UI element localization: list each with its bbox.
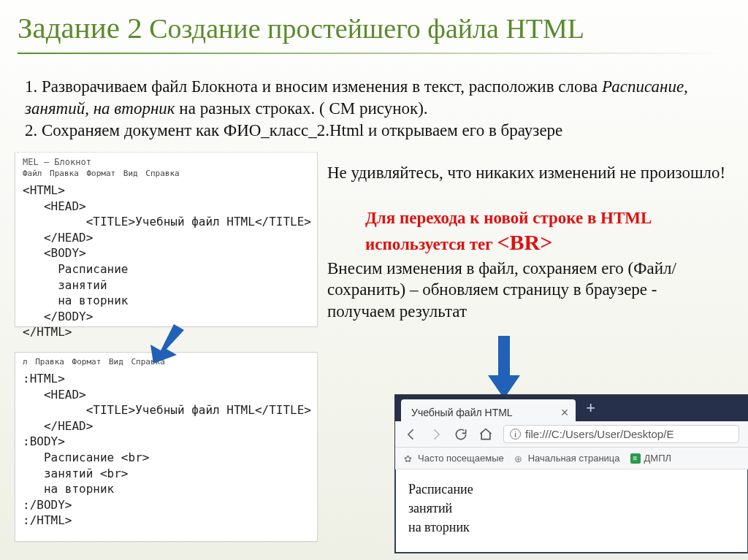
intro-p2: 2. Сохраняем документ как ФИО_класс_2.Ht… (25, 121, 562, 139)
notepad-window-2: л Правка Формат Вид Справка :HTML> <HEAD… (15, 352, 318, 542)
back-icon[interactable] (404, 427, 419, 442)
browser-tab-title: Учебный файл HTML (411, 407, 513, 418)
title-underline (18, 53, 723, 54)
browser-tab[interactable]: Учебный файл HTML × (401, 399, 576, 421)
note-no-changes: Не удивляйтесь, что никаких изменений не… (327, 162, 726, 183)
notepad-window-1: MEL — Блокнот Файл Правка Формат Вид Спр… (15, 152, 318, 327)
br-tag-literal: <BR> (497, 230, 552, 254)
arrow-down-left-icon (145, 324, 196, 364)
arrow-down-icon (488, 336, 520, 399)
bookmark-dmpl-label: ДМПЛ (644, 453, 672, 464)
bookmarks-bar: ✿ Часто посещаемые ⊕ Начальная страница … (395, 448, 748, 469)
browser-address-bar: i file:///C:/Users/User/Desktop/E (395, 421, 748, 448)
notepad1-title: MEL — Блокнот (23, 157, 310, 167)
browser-window: Учебный файл HTML × + i file:///C:/Users… (394, 394, 748, 553)
url-text: file:///C:/Users/User/Desktop/E (525, 428, 673, 440)
notepad2-code: :HTML> <HEAD> <TITLE>Учебный файл HTML</… (23, 371, 310, 529)
gear-icon: ✿ (404, 453, 414, 464)
note-save-refresh: Внесим изменения в файл, сохраняем его (… (327, 258, 726, 322)
page-line-2: занятий (408, 499, 735, 518)
intro-p1a: 1. Разворачиваем файл Блокнота и вносим … (25, 77, 602, 96)
title-main: Задание 2 (18, 11, 142, 45)
page-line-1: Расписание (408, 480, 735, 499)
close-tab-icon[interactable]: × (561, 408, 569, 417)
forward-icon[interactable] (429, 427, 443, 442)
page-line-3: на вторник (408, 518, 735, 537)
home-icon[interactable] (478, 427, 493, 442)
url-field[interactable]: i file:///C:/Users/User/Desktop/E (503, 425, 739, 443)
new-tab-button[interactable]: + (586, 399, 595, 418)
slide-title: Задание 2 Создание простейшего файла HTM… (18, 10, 584, 45)
svg-marker-1 (488, 336, 520, 399)
info-icon: i (510, 429, 521, 440)
title-rest: Создание простейшего файла HTML (149, 13, 584, 44)
bookmark-homepage-label: Начальная страница (528, 453, 620, 464)
bookmark-frequent-label: Часто посещаемые (418, 453, 504, 464)
bookmark-dmpl[interactable]: ≡ ДМПЛ (630, 453, 672, 464)
note-br-tag: Для перехода к новой строке в HTML испол… (365, 207, 726, 257)
reload-icon[interactable] (454, 427, 468, 442)
bookmark-homepage[interactable]: ⊕ Начальная страница (514, 453, 620, 464)
notepad1-code: <HTML> <HEAD> <TITLE>Учебный файл HTML</… (23, 183, 310, 340)
browser-tabbar: Учебный файл HTML × + (395, 395, 748, 421)
globe-icon: ⊕ (514, 453, 524, 464)
intro-text: 1. Разворачиваем файл Блокнота и вносим … (25, 76, 723, 142)
square-icon: ≡ (630, 453, 641, 464)
browser-page-content: Расписание занятий на вторник (395, 469, 748, 547)
notepad1-menu: Файл Правка Формат Вид Справка (23, 169, 310, 178)
svg-marker-0 (150, 324, 184, 364)
bookmark-frequent[interactable]: ✿ Часто посещаемые (404, 453, 504, 464)
intro-p1c: на разных строках. ( СМ рисунок). (175, 99, 428, 118)
